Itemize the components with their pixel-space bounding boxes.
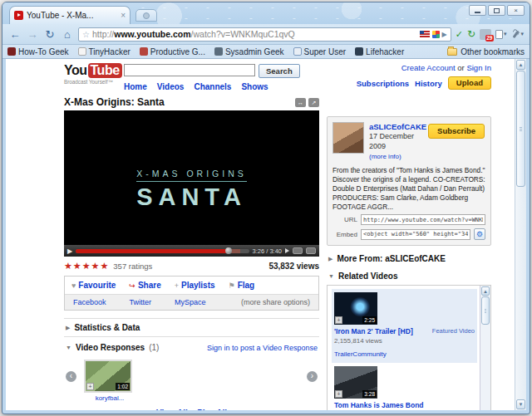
nav-shows[interactable]: Shows <box>241 82 268 91</box>
uploader-name-link[interactable]: aSLICEofCAKE <box>369 122 426 131</box>
volume-icon[interactable] <box>285 248 289 253</box>
scrollbar-thumb[interactable] <box>516 71 525 187</box>
rating-stars-icon[interactable]: ★★★★★ <box>64 261 109 272</box>
check-extension-icon[interactable]: ✓ <box>456 29 463 40</box>
usa-flag-icon[interactable] <box>420 31 430 37</box>
uploader-avatar[interactable] <box>332 122 364 154</box>
back-icon[interactable]: ← <box>8 29 22 40</box>
statistics-label: Statistics & Data <box>74 323 140 332</box>
bookmark-label: How-To Geek <box>18 47 69 56</box>
related-video-item[interactable]: + 2:25 'Iron Man 2' Trailer [HD] Feature… <box>332 289 477 363</box>
related-videos-header[interactable]: ▼ Related Videos <box>327 272 491 281</box>
play-icon[interactable]: ▶ <box>442 31 447 38</box>
related-views: 2,155,814 views <box>334 337 475 345</box>
palette-icon[interactable] <box>432 31 440 38</box>
minimize-button[interactable] <box>469 5 486 16</box>
flag-button[interactable]: ⚑Flag <box>229 281 255 290</box>
video-player[interactable]: X-MAS ORIGINS SANTA ▶ 3:26 / 3: <box>64 110 319 257</box>
maximize-button[interactable] <box>488 5 505 16</box>
address-bar[interactable]: ☆ http://www.youtube.com/watch?v=WNKMquC… <box>78 27 451 42</box>
bookmark-howtogeek[interactable]: How-To Geek <box>7 47 69 56</box>
related-thumbnail[interactable]: + 3:28 <box>334 366 377 399</box>
video-description: From the creators of "Tom Hanks is James… <box>332 166 485 211</box>
page-scrollbar[interactable]: ▲ ▼ <box>515 59 526 410</box>
share-button[interactable]: ↪Share <box>129 281 160 290</box>
new-tab-button[interactable] <box>135 9 157 22</box>
response-caption-link[interactable]: koryfbal... <box>96 394 125 402</box>
sync-extension-icon[interactable]: ↻ <box>467 28 475 40</box>
browser-tab[interactable]: YouTube - X-Ma... × <box>9 6 131 24</box>
scroll-up-icon[interactable]: ▲ <box>481 286 490 296</box>
badge-extension-icon[interactable]: 29 <box>480 29 491 40</box>
search-input[interactable] <box>124 64 255 76</box>
nav-home[interactable]: Home <box>124 82 147 91</box>
bookmark-superuser[interactable]: Super User <box>293 47 347 56</box>
subscribe-button[interactable]: Subscribe <box>428 124 485 139</box>
related-videos-list: + 2:25 'Iron Man 2' Trailer [HD] Feature… <box>327 285 491 410</box>
carousel-next-icon[interactable]: › <box>307 371 318 382</box>
home-icon[interactable]: ⌂ <box>61 29 74 40</box>
youtube-logo[interactable]: YouTube <box>64 63 124 78</box>
nav-videos[interactable]: Videos <box>157 82 185 91</box>
popout-icon[interactable]: ↗ <box>308 98 319 107</box>
tab-close-icon[interactable]: × <box>121 12 126 20</box>
scrollbar-grip <box>485 309 486 313</box>
bookmark-sysadmingeek[interactable]: Sysadmin Geek <box>214 47 284 56</box>
scroll-down-icon[interactable]: ▼ <box>516 399 525 409</box>
close-button[interactable]: × <box>507 5 525 16</box>
subscriptions-link[interactable]: Subscriptions <box>357 79 409 88</box>
resize-icon[interactable]: ↔ <box>295 98 306 107</box>
more-info-link[interactable]: (more info) <box>369 153 401 160</box>
other-bookmarks-button[interactable]: Other bookmarks <box>447 47 525 56</box>
response-thumbnail[interactable]: + 1:02 <box>84 360 132 393</box>
fullscreen-icon[interactable] <box>306 247 316 254</box>
expand-icon[interactable]: + <box>86 383 94 390</box>
history-link[interactable]: History <box>415 79 442 88</box>
forward-icon[interactable]: → <box>26 29 39 40</box>
carousel-prev-icon[interactable]: ‹ <box>66 371 76 382</box>
wrench-menu[interactable]: ▾ <box>510 30 524 39</box>
sign-in-link[interactable]: Sign In <box>466 63 491 72</box>
related-scrollbar[interactable]: ▲ ▼ <box>480 286 490 410</box>
related-video-item[interactable]: + 3:28 Tom Hanks is James Bond 945,460 v… <box>332 363 477 410</box>
bookmark-productive[interactable]: Productive G... <box>140 47 205 56</box>
statistics-section-header[interactable]: ▶ Statistics & Data <box>64 318 319 337</box>
progress-bar[interactable] <box>76 249 249 253</box>
related-thumbnail[interactable]: + 2:25 <box>334 292 377 325</box>
embed-field[interactable] <box>361 229 470 240</box>
myspace-link[interactable]: MySpace <box>175 298 206 306</box>
bookmark-star-icon[interactable]: ☆ <box>82 30 90 39</box>
expand-icon[interactable]: + <box>335 390 342 398</box>
related-user-link[interactable]: TrailerCommunity <box>334 350 387 358</box>
twitter-link[interactable]: Twitter <box>130 298 152 306</box>
gear-icon[interactable]: ⚙ <box>474 228 485 240</box>
expand-icon[interactable]: + <box>335 316 342 324</box>
nav-channels[interactable]: Channels <box>194 82 231 91</box>
create-account-link[interactable]: Create Account <box>401 63 456 72</box>
hd-button-icon[interactable] <box>293 247 303 254</box>
chevron-down-icon[interactable]: ▼ <box>66 345 71 350</box>
play-button-icon[interactable]: ▶ <box>67 247 72 255</box>
page-menu[interactable]: ▾ <box>495 30 507 39</box>
reload-icon[interactable]: ↻ <box>43 29 57 40</box>
video-duration: 2:25 <box>362 316 377 324</box>
play-all-link[interactable]: Play All <box>197 409 227 410</box>
facebook-link[interactable]: Facebook <box>73 298 106 306</box>
related-title-link[interactable]: Tom Hanks is James Bond <box>334 401 424 410</box>
playlists-button[interactable]: +Playlists <box>175 281 215 290</box>
upload-button[interactable]: Upload <box>448 76 491 90</box>
bookmark-lifehacker[interactable]: Lifehacker <box>355 47 404 56</box>
sign-in-response-link[interactable]: Sign in to post a Video Response <box>207 344 318 352</box>
favourite-button[interactable]: ♥Favourite <box>71 281 116 290</box>
related-title-link[interactable]: 'Iron Man 2' Trailer [HD] <box>334 327 424 336</box>
url-field[interactable] <box>361 214 485 225</box>
scroll-up-icon[interactable]: ▲ <box>516 60 525 70</box>
scrollbar-thumb[interactable] <box>481 296 490 325</box>
progress-scrubber[interactable] <box>225 247 232 254</box>
bookmark-tinyhacker[interactable]: TinyHacker <box>78 47 131 56</box>
video-frame-title-line2: SANTA <box>136 184 247 211</box>
more-share-options-link[interactable]: (more share options) <box>241 298 310 306</box>
more-from-header[interactable]: ▶ More From: aSLICEofCAKE <box>327 254 491 263</box>
search-button[interactable]: Search <box>259 64 300 78</box>
view-all-link[interactable]: View All <box>156 409 188 410</box>
